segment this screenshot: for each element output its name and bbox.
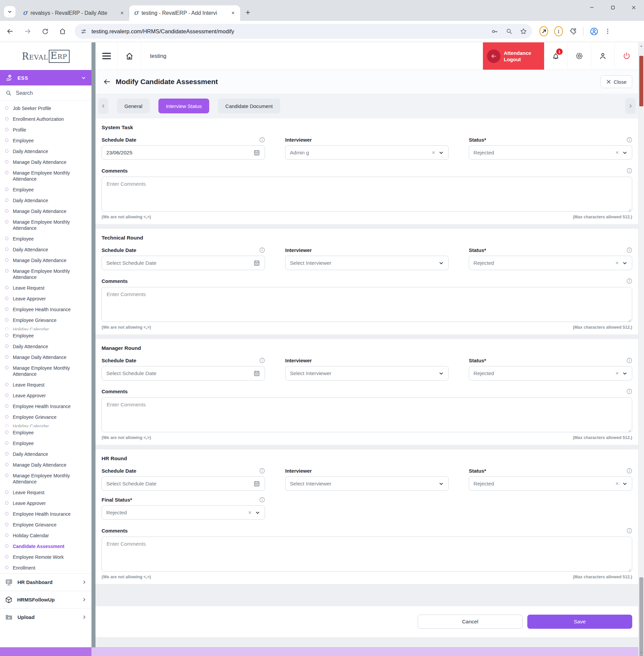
clear-icon[interactable]: × — [615, 260, 619, 266]
back-button[interactable] — [3, 24, 18, 39]
sidebar-item[interactable]: Employee — [0, 233, 91, 244]
info-icon[interactable] — [626, 278, 632, 284]
chevron-down-icon[interactable] — [622, 261, 627, 266]
close-window-button[interactable] — [623, 0, 644, 15]
sidebar-item[interactable]: Manage Employee Monthly Attendance — [0, 167, 91, 184]
sidebar-search[interactable] — [0, 86, 91, 101]
search-in-page-icon[interactable] — [505, 28, 513, 35]
sidebar-item[interactable]: Daily Attendance — [0, 195, 91, 206]
info-icon[interactable] — [259, 358, 265, 363]
extensions-puzzle-icon[interactable] — [569, 27, 577, 35]
status-select[interactable]: Rejected × — [469, 256, 632, 270]
interviewer-select[interactable]: Select Interviewer × — [285, 476, 448, 491]
info-icon[interactable] — [626, 247, 632, 253]
save-button[interactable]: Save — [527, 615, 632, 629]
tabs-scroll-left-button[interactable] — [98, 98, 108, 114]
info-icon[interactable] — [626, 358, 632, 363]
sidebar-item[interactable]: Manage Employee Monthly Attendance — [0, 266, 91, 282]
tab-close-icon[interactable]: × — [229, 9, 237, 17]
cancel-button[interactable]: Cancel — [418, 615, 523, 629]
sidebar-item[interactable]: Employee Grievance — [0, 315, 91, 326]
sidebar-item[interactable]: Leave Request — [0, 282, 91, 293]
sidebar-item[interactable]: Leave Request — [0, 487, 91, 498]
info-icon[interactable] — [259, 468, 265, 474]
vertical-scrollbar[interactable]: ▲ ▼ — [638, 42, 644, 656]
status-select[interactable]: Rejected × — [469, 476, 632, 491]
new-tab-button[interactable]: + — [242, 7, 254, 18]
clear-icon[interactable]: × — [615, 370, 619, 376]
sidebar-item[interactable]: Enrollment Authorization — [0, 114, 91, 125]
browser-tab[interactable]: σ testing - RevalERP - Add Intervi × — [129, 5, 240, 21]
info-icon[interactable] — [259, 497, 265, 503]
scroll-up-arrow-icon[interactable]: ▲ — [639, 43, 644, 48]
sidebar-item[interactable]: Employee — [0, 184, 91, 195]
clear-icon[interactable]: × — [432, 150, 435, 155]
chevron-down-icon[interactable] — [439, 371, 444, 376]
comments-textarea[interactable] — [101, 287, 632, 322]
sidebar-item[interactable]: Profile — [0, 125, 91, 135]
maximize-button[interactable] — [602, 0, 623, 15]
horizontal-scrollbar-sidebar[interactable] — [0, 647, 91, 656]
schedule-date-input[interactable]: Select Schedule Date — [101, 366, 265, 381]
tab-general[interactable]: General — [117, 98, 150, 113]
info-icon[interactable] — [259, 137, 265, 143]
sidebar-module-ess[interactable]: ESS — [0, 70, 91, 86]
info-icon[interactable] — [626, 468, 632, 474]
settings-button[interactable] — [568, 42, 591, 70]
sidebar-item[interactable]: Leave Approver — [0, 498, 91, 508]
calendar-icon[interactable] — [253, 370, 260, 377]
tab-candidate-document[interactable]: Candidate Document — [218, 98, 280, 113]
info-icon[interactable] — [626, 388, 632, 394]
close-button[interactable]: Close — [601, 75, 632, 88]
chevron-down-icon[interactable] — [439, 150, 444, 155]
sidebar-item[interactable]: Manage Employee Monthly Attendance — [0, 217, 91, 233]
sidebar-item[interactable]: Daily Attendance — [0, 449, 91, 459]
clear-icon[interactable]: × — [248, 510, 252, 515]
sidebar-item[interactable]: Daily Attendance — [0, 146, 91, 157]
horizontal-scrollbar-main[interactable] — [91, 647, 638, 656]
profile-avatar-icon[interactable] — [590, 27, 599, 36]
status-select[interactable]: Rejected × — [469, 366, 632, 381]
search-input[interactable] — [16, 90, 73, 96]
final-status-select[interactable]: Rejected × — [101, 505, 265, 520]
chevron-down-icon[interactable] — [622, 481, 627, 487]
sidebar-item[interactable]: Leave Request — [0, 380, 91, 390]
site-info-icon[interactable] — [77, 25, 89, 37]
address-bar[interactable]: testing.revalerp.com/HRMS/CandidateAsses… — [75, 24, 532, 39]
browser-menu-kebab-icon[interactable] — [605, 28, 611, 35]
menu-hamburger-button[interactable] — [95, 42, 118, 70]
profile-button[interactable] — [591, 42, 615, 70]
sidebar-item[interactable]: Candidate Assessment — [0, 541, 91, 552]
sidebar-item[interactable]: Manage Employee Monthly Attendance — [0, 470, 91, 487]
chevron-down-icon[interactable] — [622, 371, 627, 376]
info-icon[interactable] — [626, 137, 632, 143]
tab-interview-status[interactable]: Interview Status — [158, 98, 209, 113]
sidebar-item[interactable]: Employee Health Insurance — [0, 401, 91, 412]
calendar-icon[interactable] — [253, 149, 260, 156]
sidebar-item[interactable]: Employee — [0, 438, 91, 449]
sidebar-item[interactable]: Manage Daily Attendance — [0, 255, 91, 266]
forward-button[interactable] — [20, 24, 35, 39]
sidebar-item[interactable]: Employee Health Insurance — [0, 304, 91, 315]
sidebar-item[interactable]: Manage Daily Attendance — [0, 157, 91, 167]
calendar-icon[interactable] — [253, 259, 260, 267]
interviewer-select[interactable]: Select Interviewer × — [285, 366, 448, 381]
comments-textarea[interactable] — [101, 537, 632, 571]
sidebar-item[interactable]: Job Seeker Profile — [0, 103, 91, 114]
chevron-down-icon[interactable] — [439, 481, 444, 487]
sidebar-item[interactable]: Holiday Calendar — [0, 423, 91, 427]
scrollbar-thumb[interactable] — [639, 577, 643, 656]
sidebar-item[interactable]: Employee Grievance — [0, 519, 91, 530]
sidebar-item[interactable]: Holiday Calendar — [0, 326, 91, 330]
bookmark-star-icon[interactable] — [520, 28, 527, 35]
minimize-button[interactable] — [581, 0, 602, 15]
comments-textarea[interactable] — [101, 177, 632, 211]
browser-tab[interactable]: σ revalsys - RevalERP - Daily Atte × — [18, 5, 129, 21]
reload-button[interactable] — [38, 24, 52, 39]
power-logout-button[interactable] — [615, 42, 638, 70]
schedule-date-input[interactable]: Select Schedule Date — [101, 476, 265, 491]
sidebar-scrollbar[interactable] — [91, 42, 95, 656]
calendar-icon[interactable] — [253, 480, 260, 487]
sidebar-item[interactable]: Holiday Calendar — [0, 530, 91, 541]
sidebar-item[interactable]: Manage Employee Monthly Attendance — [0, 363, 91, 380]
